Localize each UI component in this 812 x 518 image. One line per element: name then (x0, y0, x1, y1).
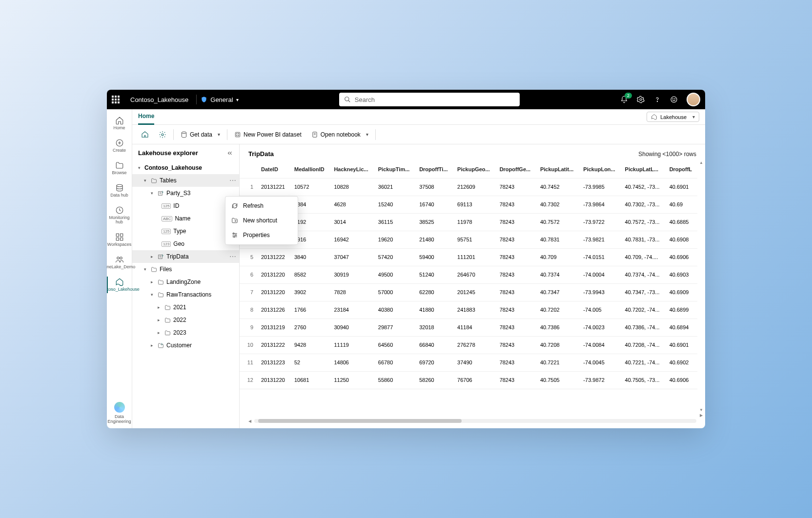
cell: 40.7221, -74... (621, 354, 666, 371)
tree-folder-landing[interactable]: ▸ LandingZone (132, 276, 239, 288)
column-header[interactable]: DateID (257, 160, 290, 178)
row-index: 11 (240, 354, 257, 371)
tree-column[interactable]: 123Geo (132, 238, 239, 250)
table-row[interactable]: 2916169421962021480957517824340.7831-73.… (240, 231, 697, 248)
tree-folder-raw[interactable]: ▾ RawTransactions (132, 288, 239, 301)
app-launcher-icon[interactable] (112, 96, 125, 103)
open-notebook-button[interactable]: Open notebook ▾ (308, 129, 371, 140)
folder-icon (164, 304, 171, 311)
rail-contoso-lakehouse[interactable]: Contoso_Lakehouse (107, 274, 132, 296)
tree-files[interactable]: ▾ Files (132, 263, 239, 276)
hscroll-thumb[interactable] (258, 419, 462, 423)
table-row[interactable]: 1201312211057210828360213750821260978243… (240, 178, 697, 196)
rail-home[interactable]: Home (107, 112, 132, 135)
table-row[interactable]: 8201312261766231844038041880241883782434… (240, 301, 697, 319)
cell: 40.6902 (666, 354, 697, 371)
rail-onelake-demo[interactable]: OneLake_Demo (107, 251, 132, 274)
more-button[interactable]: ⋯ (229, 253, 236, 260)
sensitivity-dropdown[interactable]: General ▾ (201, 96, 238, 103)
cell: 20131222 (257, 248, 290, 266)
vscroll-affordance[interactable]: ▲ ▼ ▶ (697, 160, 705, 418)
properties-label: Properties (243, 232, 270, 239)
lakehouse-mode-dropdown[interactable]: Lakehouse ▾ (647, 112, 699, 122)
rail-browse[interactable]: Browse (107, 157, 132, 179)
rail-workspaces[interactable]: Workspaces (107, 229, 132, 251)
settings-action-button[interactable] (156, 129, 169, 140)
svg-point-18 (162, 134, 163, 136)
help-button[interactable] (653, 96, 661, 103)
feedback-button[interactable] (670, 96, 678, 103)
column-header[interactable]: PickupGeo... (453, 160, 496, 178)
rail-monitoring-hub[interactable]: Monitoring hub (107, 202, 132, 229)
context-new-shortcut[interactable]: New shortcut (225, 213, 298, 228)
tree-folder-year[interactable]: ▸2023 (132, 326, 239, 339)
tree-folder-customer[interactable]: ▸ Customer (132, 339, 239, 352)
table-row[interactable]: 112013122352148066678069720374907824340.… (240, 354, 697, 371)
more-button[interactable]: ⋯ (229, 177, 236, 184)
lakehouse-icon (651, 114, 657, 120)
tree-table-party[interactable]: ▾ Party_S3 (132, 187, 239, 199)
new-dataset-button[interactable]: New Power BI dataset (231, 129, 304, 140)
cell: 57420 (374, 248, 415, 266)
svg-point-16 (117, 257, 119, 259)
notifications-button[interactable]: 2 (620, 96, 628, 103)
rail-data-hub[interactable]: Data hub (107, 179, 132, 202)
rail-create[interactable]: Create (107, 135, 132, 157)
cell: 40.6885 (666, 213, 697, 231)
table-row[interactable]: 6201312208582309194950051240264670782434… (240, 266, 697, 283)
cell: -73.9821 (579, 231, 621, 248)
rail-label: Browse (112, 171, 126, 176)
table-row[interactable]: 7201312203902782857000622802012457824340… (240, 283, 697, 301)
settings-button[interactable] (637, 96, 645, 103)
tab-home[interactable]: Home (138, 109, 154, 125)
nav-rail: HomeCreateBrowseData hubMonitoring hubWo… (107, 109, 132, 428)
tree-column[interactable]: 125Type (132, 225, 239, 238)
cell: 40.7202 (536, 301, 579, 319)
tree-tables[interactable]: ▾ Tables ⋯ (132, 174, 239, 187)
cell: 40.6906 (666, 371, 697, 389)
cell: 23184 (330, 301, 374, 319)
context-refresh[interactable]: Refresh (225, 199, 298, 213)
table-row[interactable]: 1020131222942811119645606684027627878243… (240, 336, 697, 354)
rail-label: Workspaces (107, 242, 131, 247)
column-header[interactable]: PickupLon... (579, 160, 621, 178)
chevron-down-icon: ▾ (149, 292, 155, 297)
data-grid[interactable]: DateIDMedallionIDHackneyLic...PickupTim.… (240, 160, 697, 418)
tree-column[interactable]: ABCName (132, 212, 239, 225)
new-shortcut-label: New shortcut (243, 217, 277, 224)
column-header[interactable]: PickupLatL... (621, 160, 666, 178)
gear-icon (637, 96, 645, 103)
collapse-explorer-button[interactable] (226, 150, 233, 157)
hscroll[interactable]: ◀ (240, 418, 705, 424)
rail-persona[interactable]: Data Engineering (107, 398, 132, 428)
column-header[interactable]: DropoffGe... (496, 160, 536, 178)
table-row[interactable]: 538446281524016740691137824340.7302-73.9… (240, 196, 697, 213)
context-properties[interactable]: Properties (225, 228, 298, 242)
search-input[interactable]: Search (339, 93, 520, 106)
avatar[interactable] (687, 93, 700, 106)
tree-table-tripdata[interactable]: ▸ TripData ⋯ (132, 250, 239, 263)
cell: 37047 (330, 248, 374, 266)
column-header[interactable]: DropoffL (666, 160, 697, 178)
column-header[interactable]: PickupLatit... (536, 160, 579, 178)
column-header[interactable]: MedallionID (290, 160, 330, 178)
shortcut-table-icon (157, 190, 164, 197)
chevron-down-icon: ▾ (218, 132, 220, 137)
tree-column[interactable]: 125ID (132, 199, 239, 212)
folder-icon (164, 330, 171, 336)
cell: 52 (290, 354, 330, 371)
tree-folder-year[interactable]: ▸2022 (132, 314, 239, 326)
table-row[interactable]: 9201312192760309402987732018411847824340… (240, 319, 697, 336)
table-row[interactable]: 1220131220106811125055860582607670678243… (240, 371, 697, 389)
cell: -74.0045 (579, 354, 621, 371)
table-row[interactable]: 219230143611538525119787824340.7572-73.9… (240, 213, 697, 231)
tree-root[interactable]: ▾ Contoso_Lakehouse (132, 161, 239, 174)
column-header[interactable]: DropoffTi... (415, 160, 453, 178)
column-header[interactable]: PickupTim... (374, 160, 415, 178)
tree-folder-year[interactable]: ▸2021 (132, 301, 239, 314)
folder-icon (150, 178, 157, 184)
column-header[interactable]: HackneyLic... (330, 160, 374, 178)
get-data-button[interactable]: Get data ▾ (178, 129, 223, 140)
lakehouse-action-button[interactable] (138, 129, 152, 140)
table-row[interactable]: 5201312223840370475742059400111201782434… (240, 248, 697, 266)
